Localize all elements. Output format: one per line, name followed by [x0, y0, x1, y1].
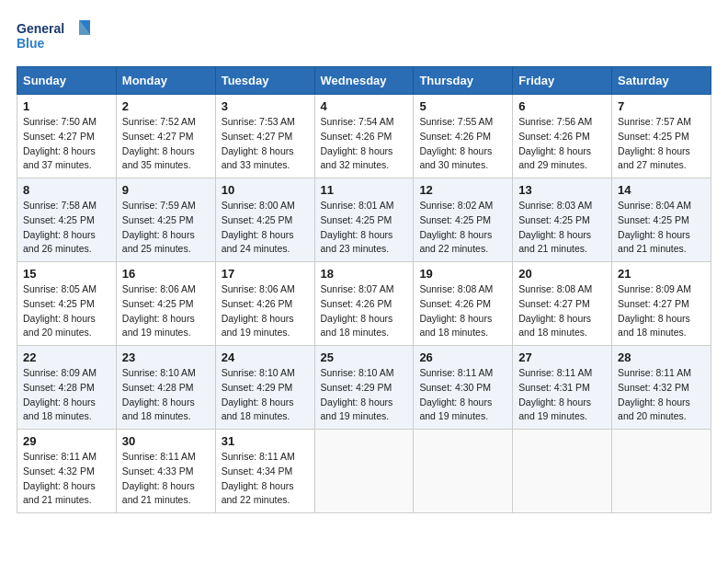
weekday-header-sunday: Sunday [17, 67, 117, 95]
calendar-cell: 4Sunrise: 7:54 AMSunset: 4:26 PMDaylight… [314, 95, 414, 178]
day-info: Sunrise: 8:01 AMSunset: 4:25 PMDaylight:… [321, 199, 408, 257]
weekday-header-tuesday: Tuesday [215, 67, 314, 95]
calendar-cell: 1Sunrise: 7:50 AMSunset: 4:27 PMDaylight… [17, 95, 117, 178]
page: General Blue SundayMondayTuesdayWednesda… [0, 0, 728, 563]
day-info: Sunrise: 8:09 AMSunset: 4:28 PMDaylight:… [23, 366, 110, 424]
logo: General Blue [17, 17, 90, 57]
calendar-cell: 2Sunrise: 7:52 AMSunset: 4:27 PMDaylight… [116, 95, 215, 178]
calendar-cell [513, 430, 612, 513]
generalblue-logo: General Blue [17, 17, 90, 57]
weekday-header-saturday: Saturday [612, 67, 711, 95]
day-number: 28 [618, 350, 705, 364]
day-number: 7 [618, 99, 705, 113]
day-info: Sunrise: 7:54 AMSunset: 4:26 PMDaylight:… [321, 115, 408, 173]
day-info: Sunrise: 8:11 AMSunset: 4:32 PMDaylight:… [23, 450, 110, 508]
calendar-cell: 28Sunrise: 8:11 AMSunset: 4:32 PMDayligh… [612, 346, 711, 430]
weekday-header-monday: Monday [116, 67, 215, 95]
day-number: 30 [122, 434, 210, 448]
day-number: 2 [122, 99, 210, 113]
svg-text:General: General [17, 21, 64, 36]
calendar-cell: 29Sunrise: 8:11 AMSunset: 4:32 PMDayligh… [17, 430, 117, 513]
day-info: Sunrise: 8:11 AMSunset: 4:34 PMDaylight:… [222, 450, 309, 508]
calendar-cell: 7Sunrise: 7:57 AMSunset: 4:25 PMDaylight… [612, 95, 711, 178]
day-info: Sunrise: 8:06 AMSunset: 4:26 PMDaylight:… [222, 282, 309, 340]
calendar-cell: 20Sunrise: 8:08 AMSunset: 4:27 PMDayligh… [513, 262, 612, 346]
calendar-cell: 23Sunrise: 8:10 AMSunset: 4:28 PMDayligh… [116, 346, 215, 430]
day-info: Sunrise: 8:03 AMSunset: 4:25 PMDaylight:… [518, 199, 606, 257]
weekday-header-friday: Friday [513, 67, 612, 95]
day-info: Sunrise: 8:11 AMSunset: 4:31 PMDaylight:… [518, 366, 606, 424]
day-info: Sunrise: 8:08 AMSunset: 4:26 PMDaylight:… [419, 282, 506, 340]
calendar-cell: 27Sunrise: 8:11 AMSunset: 4:31 PMDayligh… [513, 346, 612, 430]
day-info: Sunrise: 8:06 AMSunset: 4:25 PMDaylight:… [122, 282, 210, 340]
day-number: 18 [321, 267, 408, 281]
day-number: 21 [618, 267, 705, 281]
calendar-cell: 3Sunrise: 7:53 AMSunset: 4:27 PMDaylight… [215, 95, 314, 178]
day-info: Sunrise: 8:10 AMSunset: 4:29 PMDaylight:… [222, 366, 309, 424]
calendar-cell: 30Sunrise: 8:11 AMSunset: 4:33 PMDayligh… [116, 430, 215, 513]
weekday-header-wednesday: Wednesday [314, 67, 414, 95]
day-number: 27 [518, 350, 606, 364]
day-info: Sunrise: 8:05 AMSunset: 4:25 PMDaylight:… [23, 282, 110, 340]
day-number: 3 [222, 99, 309, 113]
day-number: 29 [23, 434, 110, 448]
day-number: 10 [222, 183, 309, 197]
day-number: 22 [23, 350, 110, 364]
day-number: 24 [222, 350, 309, 364]
day-number: 11 [321, 183, 408, 197]
calendar-cell [612, 430, 711, 513]
calendar-cell: 14Sunrise: 8:04 AMSunset: 4:25 PMDayligh… [612, 178, 711, 262]
calendar-cell: 25Sunrise: 8:10 AMSunset: 4:29 PMDayligh… [314, 346, 414, 430]
day-info: Sunrise: 8:10 AMSunset: 4:29 PMDaylight:… [321, 366, 408, 424]
day-number: 12 [419, 183, 506, 197]
calendar-cell: 18Sunrise: 8:07 AMSunset: 4:26 PMDayligh… [314, 262, 414, 346]
calendar-cell: 9Sunrise: 7:59 AMSunset: 4:25 PMDaylight… [116, 178, 215, 262]
calendar-cell: 31Sunrise: 8:11 AMSunset: 4:34 PMDayligh… [215, 430, 314, 513]
day-number: 17 [222, 267, 309, 281]
calendar-cell: 5Sunrise: 7:55 AMSunset: 4:26 PMDaylight… [414, 95, 513, 178]
calendar-cell: 12Sunrise: 8:02 AMSunset: 4:25 PMDayligh… [414, 178, 513, 262]
day-number: 16 [122, 267, 210, 281]
day-info: Sunrise: 7:50 AMSunset: 4:27 PMDaylight:… [23, 115, 110, 173]
day-number: 13 [518, 183, 606, 197]
day-number: 23 [122, 350, 210, 364]
day-info: Sunrise: 7:58 AMSunset: 4:25 PMDaylight:… [23, 199, 110, 257]
day-number: 5 [419, 99, 506, 113]
day-info: Sunrise: 7:56 AMSunset: 4:26 PMDaylight:… [518, 115, 606, 173]
day-number: 25 [321, 350, 408, 364]
calendar-cell: 15Sunrise: 8:05 AMSunset: 4:25 PMDayligh… [17, 262, 117, 346]
day-info: Sunrise: 8:11 AMSunset: 4:33 PMDaylight:… [122, 450, 210, 508]
day-info: Sunrise: 8:08 AMSunset: 4:27 PMDaylight:… [518, 282, 606, 340]
day-info: Sunrise: 8:02 AMSunset: 4:25 PMDaylight:… [419, 199, 506, 257]
day-number: 1 [23, 99, 110, 113]
day-number: 14 [618, 183, 705, 197]
calendar-cell: 13Sunrise: 8:03 AMSunset: 4:25 PMDayligh… [513, 178, 612, 262]
calendar-cell [314, 430, 414, 513]
day-number: 26 [419, 350, 506, 364]
calendar-cell: 19Sunrise: 8:08 AMSunset: 4:26 PMDayligh… [414, 262, 513, 346]
day-info: Sunrise: 7:53 AMSunset: 4:27 PMDaylight:… [222, 115, 309, 173]
svg-text:Blue: Blue [17, 36, 45, 51]
day-info: Sunrise: 7:57 AMSunset: 4:25 PMDaylight:… [618, 115, 705, 173]
day-info: Sunrise: 7:55 AMSunset: 4:26 PMDaylight:… [419, 115, 506, 173]
day-info: Sunrise: 8:10 AMSunset: 4:28 PMDaylight:… [122, 366, 210, 424]
day-number: 20 [518, 267, 606, 281]
calendar-cell [414, 430, 513, 513]
day-info: Sunrise: 8:09 AMSunset: 4:27 PMDaylight:… [618, 282, 705, 340]
day-info: Sunrise: 7:52 AMSunset: 4:27 PMDaylight:… [122, 115, 210, 173]
day-number: 8 [23, 183, 110, 197]
calendar-cell: 26Sunrise: 8:11 AMSunset: 4:30 PMDayligh… [414, 346, 513, 430]
day-number: 15 [23, 267, 110, 281]
calendar-cell: 24Sunrise: 8:10 AMSunset: 4:29 PMDayligh… [215, 346, 314, 430]
calendar-cell: 22Sunrise: 8:09 AMSunset: 4:28 PMDayligh… [17, 346, 117, 430]
day-number: 9 [122, 183, 210, 197]
day-info: Sunrise: 7:59 AMSunset: 4:25 PMDaylight:… [122, 199, 210, 257]
header: General Blue [17, 17, 711, 57]
day-number: 4 [321, 99, 408, 113]
calendar-table: SundayMondayTuesdayWednesdayThursdayFrid… [17, 66, 711, 513]
day-number: 19 [419, 267, 506, 281]
calendar-cell: 6Sunrise: 7:56 AMSunset: 4:26 PMDaylight… [513, 95, 612, 178]
day-number: 6 [518, 99, 606, 113]
calendar-cell: 11Sunrise: 8:01 AMSunset: 4:25 PMDayligh… [314, 178, 414, 262]
day-info: Sunrise: 8:11 AMSunset: 4:30 PMDaylight:… [419, 366, 506, 424]
